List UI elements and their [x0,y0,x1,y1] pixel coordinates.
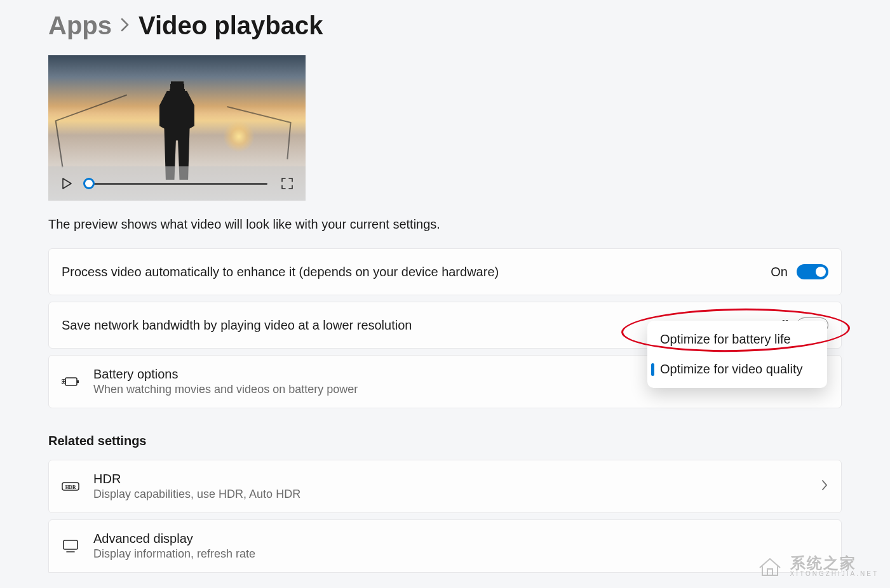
watermark-sub: XITONGZHIJIA.NET [790,571,879,577]
related-row-hdr[interactable]: HDR HDR Display capabilities, use HDR, A… [48,460,842,513]
breadcrumb-parent-link[interactable]: Apps [48,11,112,40]
slider-thumb[interactable] [83,178,95,189]
svg-rect-1 [77,380,79,383]
dropdown-option-quality[interactable]: Optimize for video quality [647,354,827,384]
svg-rect-5 [64,540,78,549]
setting-row-battery[interactable]: Battery options When watching movies and… [48,355,842,408]
video-progress-slider[interactable] [86,183,267,185]
play-icon[interactable] [60,177,74,190]
breadcrumb: Apps Video playback [48,11,842,40]
page-title: Video playback [138,11,323,40]
setting-row-enhance: Process video automatically to enhance i… [48,248,842,295]
video-controls [48,166,306,201]
toggle-state-label: On [771,265,788,279]
setting-title: Advanced display [93,531,828,546]
monitor-icon [62,539,79,553]
svg-text:HDR: HDR [65,484,76,490]
video-preview[interactable] [48,55,306,201]
battery-dropdown: Optimize for battery life Optimize for v… [647,321,827,388]
related-settings-heading: Related settings [48,434,842,448]
watermark: 系统之家 XITONGZHIJIA.NET [756,554,879,579]
setting-title: HDR [93,472,807,486]
watermark-main: 系统之家 [790,556,879,571]
setting-subtitle: Display capabilities, use HDR, Auto HDR [93,488,807,501]
related-row-advanced-display[interactable]: Advanced display Display information, re… [48,519,842,573]
dropdown-option-battery[interactable]: Optimize for battery life [647,324,827,354]
chevron-right-icon [821,479,828,493]
svg-rect-0 [65,378,77,385]
fullscreen-icon[interactable] [280,177,294,190]
setting-label: Process video automatically to enhance i… [62,265,757,279]
hdr-icon: HDR [62,481,79,492]
battery-icon [62,375,79,388]
preview-caption: The preview shows what video will look l… [48,217,842,232]
toggle-enhance[interactable] [797,264,828,279]
setting-subtitle: Display information, refresh rate [93,547,828,561]
chevron-right-icon [121,16,130,36]
